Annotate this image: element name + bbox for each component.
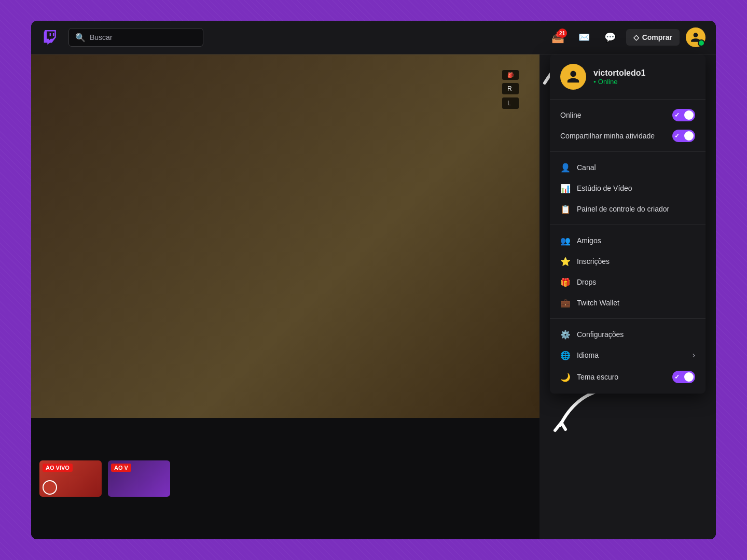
activity-toggle-knob (684, 131, 694, 141)
drops-icon: 🎁 (560, 277, 571, 287)
online-toggle[interactable] (672, 109, 695, 121)
dropdown-header: victortoledo1 Online (550, 54, 706, 100)
thumbnails-bar: AO VIVO AO V (31, 418, 540, 539)
dropdown-item-canal[interactable]: 👤 Canal (550, 157, 706, 178)
drops-label: Drops (577, 278, 596, 286)
dropdown-item-inscricoes[interactable]: ⭐ Inscrições (550, 251, 706, 272)
thumbnail-2[interactable]: AO V (108, 460, 170, 497)
activity-toggle[interactable] (672, 130, 695, 142)
notifications-button[interactable]: 📥 21 (548, 27, 568, 47)
dropdown-item-painel[interactable]: 📋 Painel de controle do criador (550, 199, 706, 219)
user-avatar-icon (690, 32, 701, 43)
tema-toggle-knob (684, 372, 694, 382)
thumbnail-1[interactable]: AO VIVO (39, 460, 102, 497)
painel-label: Painel de controle do criador (577, 205, 669, 213)
painel-icon: 📋 (560, 204, 571, 214)
activity-toggle-label: Compartilhar minha atividade (560, 132, 655, 140)
tema-icon: 🌙 (560, 372, 571, 382)
dropdown-item-amigos[interactable]: 👥 Amigos (550, 230, 706, 251)
navbar: 🔍 Buscar 📥 21 ✉️ 💬 ◇ Comprar (31, 21, 716, 54)
search-icon: 🔍 (75, 33, 86, 43)
dropdown-item-tema[interactable]: 🌙 Tema escuro (550, 366, 706, 388)
search-placeholder: Buscar (90, 33, 113, 41)
amigos-label: Amigos (577, 236, 601, 245)
live-badge-2: AO V (111, 464, 131, 472)
dropdown-item-estudio[interactable]: 📊 Estúdio de Vídeo (550, 178, 706, 199)
navbar-right: 📥 21 ✉️ 💬 ◇ Comprar (548, 27, 706, 47)
live-badge-1: AO VIVO (43, 464, 73, 472)
dropdown-username: victortoledo1 (593, 68, 645, 78)
canal-icon: 👤 (560, 162, 571, 173)
config-label: Configurações (577, 330, 624, 339)
dropdown-user-info: victortoledo1 Online (593, 68, 645, 86)
hud-items: 🎒 R L (502, 70, 519, 109)
crown-icon: ◇ (633, 33, 639, 41)
twitch-logo[interactable] (42, 28, 60, 47)
notif-badge: 21 (558, 29, 567, 38)
inscricoes-label: Inscrições (577, 257, 610, 265)
navbar-left: 🔍 Buscar (42, 28, 203, 47)
settings-section: ⚙️ Configurações 🌐 Idioma › 🌙 Tema escur… (550, 319, 706, 394)
toggle-knob (684, 110, 694, 120)
config-icon: ⚙️ (560, 329, 571, 340)
dropdown-item-config[interactable]: ⚙️ Configurações (550, 324, 706, 345)
canal-label: Canal (577, 163, 596, 172)
social-section: 👥 Amigos ⭐ Inscrições 🎁 Drops 💼 Twitch W… (550, 225, 706, 319)
main-container: 🔍 Buscar 📥 21 ✉️ 💬 ◇ Comprar (31, 21, 716, 539)
inscricoes-icon: ⭐ (560, 256, 571, 267)
dropdown-item-drops[interactable]: 🎁 Drops (550, 272, 706, 292)
dropdown-item-wallet[interactable]: 💼 Twitch Wallet (550, 292, 706, 313)
idioma-arrow: › (693, 351, 695, 360)
dropdown-avatar (560, 64, 586, 90)
search-bar[interactable]: 🔍 Buscar (68, 28, 203, 47)
whispers-button[interactable]: 💬 (600, 27, 620, 47)
idioma-icon: 🌐 (560, 350, 571, 360)
creator-section: 👤 Canal 📊 Estúdio de Vídeo 📋 Painel de c… (550, 152, 706, 225)
idioma-label: Idioma (577, 351, 599, 359)
amigos-icon: 👥 (560, 235, 571, 246)
online-toggle-label: Online (560, 111, 581, 119)
tema-toggle[interactable] (672, 371, 695, 383)
user-avatar-button[interactable] (686, 27, 706, 47)
comprar-button[interactable]: ◇ Comprar (626, 29, 680, 46)
comprar-label: Comprar (642, 33, 672, 41)
wallet-label: Twitch Wallet (577, 299, 619, 307)
activity-toggle-row: Compartilhar minha atividade (550, 125, 706, 146)
chat-icon: 💬 (604, 32, 616, 43)
wallet-icon: 💼 (560, 298, 571, 308)
online-toggle-row: Online (550, 105, 706, 125)
dropdown-item-idioma[interactable]: 🌐 Idioma › (550, 345, 706, 366)
message-icon: ✉️ (578, 32, 590, 43)
tema-label: Tema escuro (577, 373, 618, 381)
dropdown-status: Online (593, 78, 645, 86)
twitch-logo-icon (44, 30, 58, 45)
messages-button[interactable]: ✉️ (574, 27, 594, 47)
user-dropdown: victortoledo1 Online Online Compartilhar… (550, 54, 706, 394)
dropdown-toggles-section: Online Compartilhar minha atividade (550, 100, 706, 152)
estudio-icon: 📊 (560, 183, 571, 193)
estudio-label: Estúdio de Vídeo (577, 184, 632, 192)
dropdown-avatar-icon (566, 69, 580, 84)
